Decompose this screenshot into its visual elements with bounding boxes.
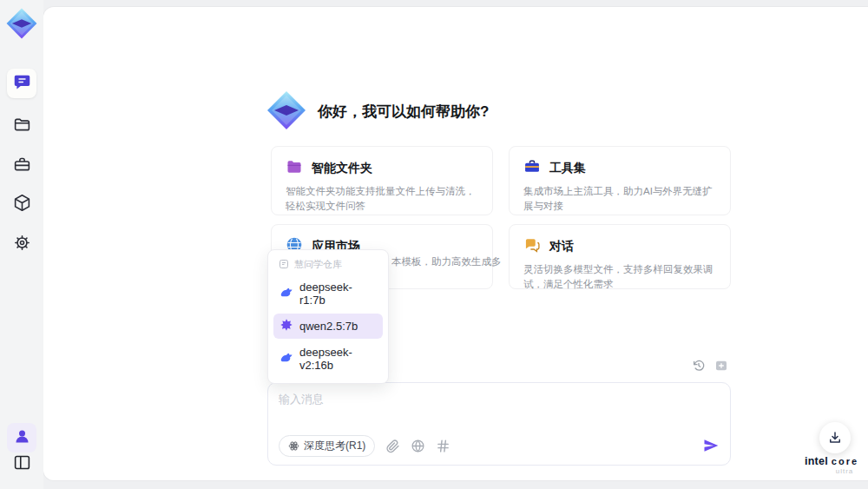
card-description-fragment: 本模板，助力高效生成多 [391, 254, 504, 269]
feature-card-toolset[interactable]: 工具集 集成市场上主流工具，助力AI与外界无缝扩展与对接 [509, 146, 731, 215]
sidebar-item-settings[interactable] [7, 229, 36, 259]
folder-icon [13, 116, 31, 137]
app-logo-icon [5, 7, 38, 42]
panel-layout-icon [13, 453, 31, 475]
paperclip-icon[interactable] [385, 439, 400, 453]
model-dropdown: 慧问学仓库 deepseek-r1:7b qwen2.5:7b [267, 249, 389, 384]
sidebar-item-toolset[interactable] [7, 151, 36, 181]
briefcase-icon [13, 155, 31, 177]
feature-card-smart-folder[interactable]: 智能文件夹 智能文件夹功能支持批量文件上传与清洗，轻松实现文件问答 [271, 146, 493, 215]
card-description: 智能文件夹功能支持批量文件上传与清洗，轻松实现文件问答 [286, 184, 478, 215]
user-icon [13, 427, 31, 449]
download-button[interactable] [819, 422, 851, 453]
deepseek-logo-icon [279, 351, 293, 367]
new-chat-button[interactable] [713, 358, 729, 373]
intel-product: core [832, 456, 858, 466]
smart-folder-icon [286, 158, 303, 179]
globe-icon[interactable] [411, 439, 425, 453]
intel-tier: ultra [826, 467, 863, 475]
atom-icon [288, 440, 299, 452]
feature-card-dialog[interactable]: 对话 灵活切换多模型文件，支持多样回复效果调试，满足个性化需求 [509, 224, 731, 289]
page-title: 你好，我可以如何帮助你? [318, 102, 489, 122]
download-icon [827, 430, 843, 446]
card-title: 对话 [549, 239, 574, 254]
qwen-logo-icon [279, 318, 293, 334]
greeting-logo-icon [266, 89, 307, 133]
history-button[interactable] [691, 358, 707, 373]
deepseek-logo-icon [279, 286, 293, 302]
cube-icon [13, 194, 31, 215]
dialog-icon [523, 236, 541, 257]
hash-icon[interactable] [436, 439, 450, 453]
sidebar-item-apps[interactable] [7, 189, 36, 219]
sidebar-item-folders[interactable] [7, 111, 36, 141]
card-title: 智能文件夹 [312, 161, 372, 176]
model-option-label: deepseek-v2:16b [299, 346, 377, 372]
message-input[interactable] [279, 392, 720, 430]
send-button[interactable] [702, 437, 720, 454]
intel-brand: intel [805, 455, 828, 467]
model-dropdown-header: 慧问学仓库 [268, 254, 388, 274]
card-title: 工具集 [549, 161, 586, 176]
main-panel: 你好，我可以如何帮助你? 智能文件夹 智能文件夹功能支持批量文件上传与清洗，轻松… [43, 7, 868, 480]
sidebar-item-chat[interactable] [7, 69, 36, 98]
model-dropdown-header-label: 慧问学仓库 [294, 258, 342, 271]
gear-icon [13, 234, 31, 255]
intel-core-badge: intel core ultra [800, 455, 863, 475]
repository-icon [279, 259, 289, 271]
message-composer: 深度思考(R1) [267, 382, 731, 466]
add-square-icon [714, 359, 728, 373]
model-option-deepseek-v2[interactable]: deepseek-v2:16b [273, 341, 383, 376]
sidebar-collapse-button[interactable] [7, 449, 36, 479]
greeting: 你好，我可以如何帮助你? [266, 89, 489, 133]
model-option-label: qwen2.5:7b [299, 320, 358, 333]
toolbox-icon [523, 158, 541, 179]
sidebar-item-account[interactable] [7, 423, 36, 453]
model-option-qwen[interactable]: qwen2.5:7b [273, 314, 383, 339]
model-option-label: deepseek-r1:7b [299, 281, 377, 307]
model-option-deepseek-r1[interactable]: deepseek-r1:7b [273, 276, 383, 311]
chat-icon [13, 73, 31, 95]
deep-think-toggle[interactable]: 深度思考(R1) [279, 435, 375, 457]
deep-think-label: 深度思考(R1) [304, 439, 365, 453]
sidebar [0, 0, 43, 489]
history-icon [692, 359, 706, 373]
card-description: 灵活切换多模型文件，支持多样回复效果调试，满足个性化需求 [523, 262, 716, 293]
card-description: 集成市场上主流工具，助力AI与外界无缝扩展与对接 [523, 184, 716, 215]
